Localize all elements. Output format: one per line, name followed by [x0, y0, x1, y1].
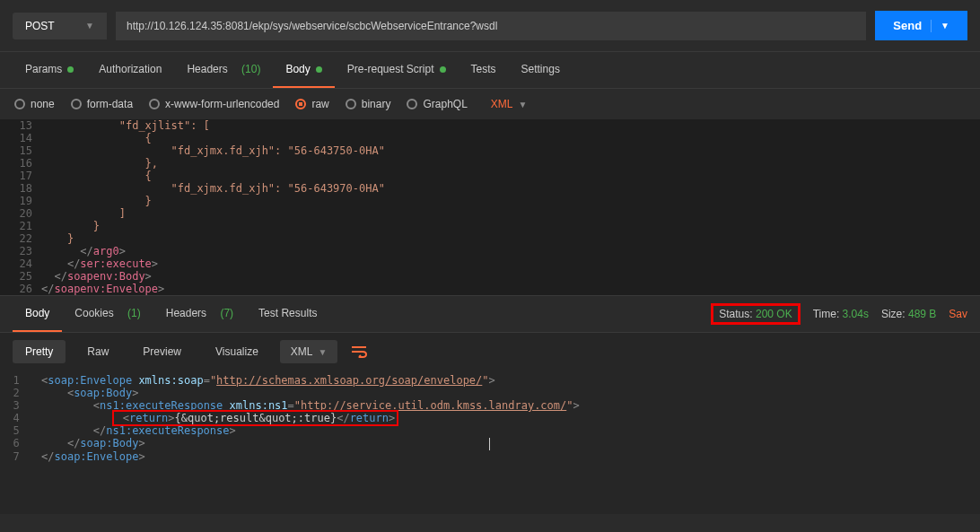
- send-label: Send: [893, 19, 922, 32]
- code-line: 4 <return>{&quot;result&quot;:true}</ret…: [0, 412, 980, 424]
- time-label: Time:: [813, 308, 840, 320]
- tab-body[interactable]: Body: [273, 52, 334, 88]
- radio-formdata[interactable]: form-data: [71, 98, 133, 110]
- code-line: 15 "fd_xjmx.fd_xjh": "56-643750-0HA": [0, 144, 980, 157]
- tab-label: Headers: [166, 307, 206, 319]
- code-line: 5 </ns1:executeResponse>: [0, 424, 980, 437]
- code-line: 22 }: [0, 232, 980, 245]
- response-tabs: Body Cookies (1) Headers (7) Test Result…: [13, 296, 329, 332]
- view-visualize[interactable]: Visualize: [203, 340, 271, 363]
- status-dot-icon: [67, 66, 74, 73]
- size-value: 489 B: [908, 308, 936, 320]
- radio-icon: [71, 99, 82, 109]
- tab-response-testresults[interactable]: Test Results: [246, 296, 329, 332]
- tab-label: Pre-request Script: [347, 63, 434, 75]
- tab-tests[interactable]: Tests: [459, 52, 509, 88]
- code-line: 25 </soapenv:Body>: [0, 270, 980, 283]
- size-label: Size:: [881, 308, 906, 320]
- method-select[interactable]: POST ▼: [13, 13, 107, 39]
- radio-graphql[interactable]: GraphQL: [407, 98, 467, 110]
- format-label: XML: [291, 345, 313, 358]
- body-type-options: none form-data x-www-form-urlencoded raw…: [0, 89, 980, 119]
- tab-response-cookies[interactable]: Cookies (1): [62, 296, 153, 332]
- tab-label: Body: [25, 307, 49, 319]
- wrap-lines-icon[interactable]: [346, 341, 372, 362]
- radio-icon: [295, 99, 306, 109]
- chevron-down-icon: ▼: [85, 21, 94, 31]
- radio-label: GraphQL: [423, 98, 467, 110]
- url-input[interactable]: [116, 12, 866, 40]
- response-view-modes: Pretty Raw Preview Visualize XML▼: [0, 333, 980, 371]
- code-line: 26</soapenv:Envelope>: [0, 283, 980, 295]
- code-line: 18 "fd_xjmx.fd_xjh": "56-643970-0HA": [0, 182, 980, 195]
- code-line: 23 </arg0>: [0, 245, 980, 257]
- status-highlight-box: Status: 200 OK: [711, 303, 800, 325]
- response-tabs-bar: Body Cookies (1) Headers (7) Test Result…: [0, 295, 980, 333]
- tab-authorization[interactable]: Authorization: [86, 52, 174, 88]
- view-pretty[interactable]: Pretty: [13, 340, 66, 363]
- tab-label: Params: [25, 63, 62, 75]
- code-line: 7</soap:Envelope>: [0, 450, 980, 463]
- response-format-select[interactable]: XML▼: [280, 340, 338, 363]
- radio-label: x-www-form-urlencoded: [165, 98, 279, 110]
- tab-label: Headers: [187, 63, 227, 75]
- tab-response-body[interactable]: Body: [13, 296, 62, 332]
- tab-label: Body: [285, 63, 310, 75]
- tab-label: Settings: [521, 63, 560, 75]
- method-value: POST: [25, 20, 55, 32]
- radio-icon: [149, 99, 160, 109]
- tab-label: Tests: [471, 63, 496, 75]
- body-language-select[interactable]: XML▼: [491, 98, 528, 110]
- code-line: 17 {: [0, 170, 980, 182]
- tab-response-headers[interactable]: Headers (7): [153, 296, 246, 332]
- headers-count: (10): [241, 63, 260, 75]
- response-body-editor[interactable]: 1<soap:Envelope xmlns:soap="http://schem…: [0, 371, 980, 514]
- code-line: 20 ]: [0, 207, 980, 220]
- request-bar: POST ▼ Send ▼: [0, 0, 980, 52]
- tab-headers[interactable]: Headers (10): [174, 52, 273, 88]
- view-preview[interactable]: Preview: [130, 340, 194, 363]
- radio-label: form-data: [87, 98, 133, 110]
- cookies-count: (1): [127, 307, 141, 319]
- tab-label: Test Results: [258, 307, 317, 319]
- radio-label: raw: [311, 98, 328, 110]
- divider: [931, 20, 932, 32]
- tab-settings[interactable]: Settings: [509, 52, 573, 88]
- code-line: 13 "fd_xjlist": [: [0, 119, 980, 132]
- request-tabs: Params Authorization Headers (10) Body P…: [0, 52, 980, 89]
- chevron-down-icon: ▼: [519, 100, 528, 109]
- radio-none[interactable]: none: [14, 98, 55, 110]
- request-body-editor[interactable]: 13 "fd_xjlist": [14 {15 "fd_xjmx.fd_xjh"…: [0, 119, 980, 295]
- code-line: 14 {: [0, 132, 980, 144]
- tab-label: Cookies: [74, 307, 113, 319]
- code-line: 19 }: [0, 195, 980, 207]
- radio-label: binary: [362, 98, 391, 110]
- view-raw[interactable]: Raw: [74, 340, 121, 363]
- radio-binary[interactable]: binary: [346, 98, 391, 110]
- radio-icon: [346, 99, 356, 109]
- send-button[interactable]: Send ▼: [875, 11, 967, 40]
- time-value: 3.04s: [843, 308, 869, 320]
- radio-urlencoded[interactable]: x-www-form-urlencoded: [149, 98, 279, 110]
- code-line: 16 },: [0, 157, 980, 170]
- code-line: 21 }: [0, 220, 980, 232]
- status-label: Status:: [719, 308, 752, 320]
- radio-raw[interactable]: raw: [295, 98, 328, 110]
- headers-count: (7): [220, 307, 233, 319]
- code-line: 24 </ser:execute>: [0, 257, 980, 270]
- radio-icon: [14, 99, 25, 109]
- chevron-down-icon: ▼: [941, 21, 949, 31]
- chevron-down-icon: ▼: [319, 347, 328, 357]
- response-status-area: Status: 200 OK Time: 3.04s Size: 489 B S…: [711, 303, 967, 325]
- tab-prerequest[interactable]: Pre-request Script: [335, 52, 459, 88]
- code-line: 6 </soap:Body>: [0, 437, 980, 450]
- save-response-button[interactable]: Sav: [949, 308, 967, 320]
- tab-label: Authorization: [99, 63, 162, 75]
- code-line: 1<soap:Envelope xmlns:soap="http://schem…: [0, 374, 980, 387]
- status-dot-icon: [440, 66, 446, 73]
- code-line: 2 <soap:Body>: [0, 387, 980, 399]
- language-label: XML: [491, 98, 513, 110]
- radio-icon: [407, 99, 417, 109]
- time-group: Time: 3.04s: [813, 308, 869, 320]
- tab-params[interactable]: Params: [13, 52, 86, 88]
